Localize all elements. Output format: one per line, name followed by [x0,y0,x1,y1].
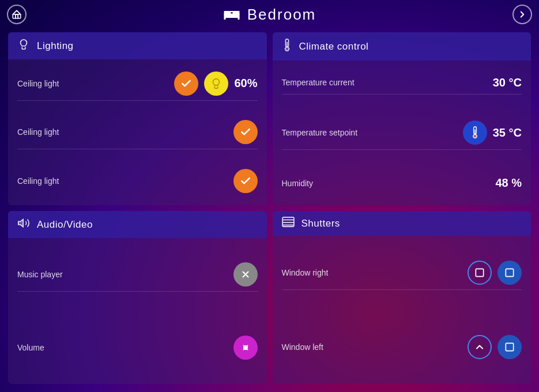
window-left-btn2[interactable] [497,335,522,359]
shutters-body: Window right Window left [273,236,532,384]
square-filled-icon-2 [504,341,515,353]
next-button[interactable] [512,5,532,24]
svg-rect-0 [13,14,21,18]
window-right-btn1[interactable] [468,261,492,285]
svg-point-12 [285,47,289,51]
shutters-lines-icon [282,217,295,227]
thermometer-blue-icon [470,126,480,139]
page-title: Bedroom [223,6,316,24]
audio-body: Music player Volume [8,238,267,384]
shutters-icon [282,217,295,230]
lighting-controls-1: 60% [174,71,257,96]
climate-row-3: Humidity 48 % [282,172,522,194]
square-filled-icon-1 [504,267,515,278]
svg-rect-27 [506,269,513,276]
check-icon-2 [240,126,251,138]
shutters-row-1: Window right [282,256,522,290]
svg-point-15 [473,135,477,138]
audio-row-2: Volume [17,331,258,364]
climate-thermo-btn[interactable] [463,120,487,145]
climate-row-1: Temperature current 30 °C [282,71,522,95]
bed-icon [223,8,240,21]
audio-header: Audio/Video [8,211,267,238]
lighting-body: Ceiling light 60% [8,59,267,205]
check-icon-1 [180,78,192,89]
audio-label-1: Music player [17,270,63,279]
lighting-bulb-btn-1[interactable] [204,71,228,96]
shutters-controls-1 [468,261,522,285]
audio-row-1: Music player [17,258,258,292]
shutters-panel: Shutters Window right [273,211,532,384]
shutters-label-2: Window left [282,342,323,352]
svg-rect-6 [224,11,239,12]
lighting-label-3: Ceiling light [17,176,59,186]
climate-value-2: 35 °C [493,126,522,140]
thermometer-icon [282,38,292,55]
climate-label-2: Temperature setpoint [282,128,358,137]
lighting-row-2: Ceiling light [17,115,258,149]
lighting-header: Lighting [8,32,267,59]
lighting-panel: Lighting Ceiling light [8,32,267,205]
music-icon [240,342,251,353]
climate-panel: Climate control Temperature current 30 °… [273,32,532,205]
svg-rect-28 [506,343,513,350]
svg-rect-5 [232,12,239,16]
up-arrow-icon [474,341,485,353]
lighting-check-btn-3[interactable] [233,169,258,193]
audio-label-2: Volume [17,343,44,352]
lighting-row-1: Ceiling light 60% [17,67,258,101]
svg-rect-26 [476,269,483,276]
window-left-btn1[interactable] [468,335,492,359]
shutters-title: Shutters [301,218,340,229]
lighting-check-btn-1[interactable] [174,71,198,96]
bulb-yellow-icon [210,77,223,90]
check-icon-3 [240,175,251,187]
audio-panel: Audio/Video Music player Volume [8,211,267,384]
svg-marker-17 [18,220,23,227]
svg-rect-4 [224,12,231,16]
music-player-btn[interactable] [233,262,258,287]
close-icon [240,269,251,280]
shutters-label-1: Window right [282,268,329,277]
lighting-title: Lighting [37,40,74,52]
climate-controls-2: 35 °C [463,120,522,145]
shutters-row-2: Window left [282,330,522,364]
lighting-value-1: 60% [234,77,257,90]
lighting-controls-2 [233,120,258,144]
lighting-label-2: Ceiling light [17,127,59,137]
svg-point-21 [244,346,246,348]
lighting-check-btn-2[interactable] [233,120,258,144]
shutters-controls-2 [468,335,522,359]
header: Bedroom [0,0,539,29]
square-outline-icon-1 [474,267,485,278]
shutters-header: Shutters [273,211,532,236]
svg-rect-3 [238,17,239,20]
window-right-btn2[interactable] [497,261,522,285]
climate-label-3: Humidity [282,179,313,188]
speaker-icon [17,217,30,232]
climate-value-3: 48 % [495,176,522,190]
climate-header: Climate control [273,32,532,61]
bulb-icon [17,38,30,54]
home-button[interactable] [7,5,27,24]
volume-btn[interactable] [233,336,258,360]
climate-row-2: Temperature setpoint 35 °C [282,116,522,150]
climate-body: Temperature current 30 °C Temperature se… [273,61,532,205]
climate-label-1: Temperature current [282,78,355,87]
lighting-controls-3 [233,169,258,193]
climate-title: Climate control [299,41,369,52]
audio-title: Audio/Video [37,219,93,231]
climate-value-1: 30 °C [493,76,522,89]
main-grid: Lighting Ceiling light [0,29,539,392]
lighting-row-3: Ceiling light [17,164,258,198]
svg-rect-2 [224,17,225,20]
lighting-label-1: Ceiling light [17,79,59,88]
